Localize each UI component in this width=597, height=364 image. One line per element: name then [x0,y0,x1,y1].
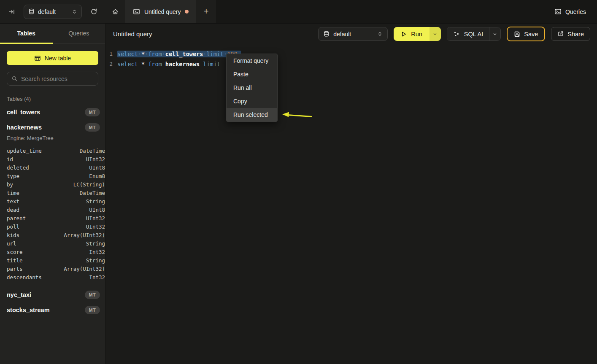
column-name: title [7,257,23,264]
new-tab-button[interactable]: + [196,0,216,23]
table-row[interactable]: cell_towers MT [0,105,105,120]
column-type: DateTime [80,190,105,196]
sql-ai-options-button[interactable] [489,27,500,40]
table-name: nyc_taxi [7,291,31,298]
run-button[interactable]: Run [394,27,430,41]
topbar-left: default [0,0,105,23]
query-title: Untitled query [113,30,318,38]
column-type: Array(UInt32) [64,266,105,272]
save-button[interactable]: Save [507,27,545,41]
table-row[interactable]: nyc_taxi MT [0,287,105,302]
new-table-button[interactable]: New table [7,51,98,65]
line-content: select * from hackernews limit [117,59,220,69]
editor-lines: 1 select·*·from·cell_towers·limit·100· 2… [105,49,597,69]
editor-line[interactable]: 2 select * from hackernews limit [105,59,597,69]
context-menu-item[interactable]: Format query [227,54,277,67]
topbar-database-selector[interactable]: default [24,5,82,19]
column-type: String [86,198,105,205]
run-split-button: Run [394,27,441,41]
queries-button[interactable]: Queries [554,8,586,15]
column-type: UInt32 [86,156,105,162]
code-token: · [145,51,148,57]
unsaved-dot [185,10,189,13]
context-menu-item[interactable]: Run selected [227,108,277,121]
tab-untitled-query[interactable]: Untitled query [125,0,196,23]
sidebar-tab-tables[interactable]: Tables [0,24,53,43]
column-type: UInt8 [89,164,105,171]
code-token: · [162,51,165,57]
topbar-right: Queries [216,0,597,23]
sparkles-icon [453,31,460,38]
column-type: Int32 [89,249,105,255]
table-row[interactable]: stocks_stream MT [0,302,105,318]
run-options-button[interactable] [430,27,441,41]
sidebar-tab-queries[interactable]: Queries [53,24,105,43]
column-name: by [7,181,13,188]
engine-badge: MT [85,291,100,299]
search-input[interactable] [21,75,97,82]
code-token: from [148,61,162,67]
column-row: deleted UInt8 [7,163,105,172]
home-icon [112,8,119,15]
column-name: parts [7,266,23,272]
sidebar-tabs: Tables Queries [0,24,105,43]
table-name: stocks_stream [7,307,50,313]
database-selector-value: default [333,31,373,38]
new-table-label: New table [45,55,71,62]
refresh-icon [90,8,97,15]
sql-ai-label: SQL AI [464,31,483,38]
database-selector[interactable]: default [318,27,388,41]
code-token: * [141,51,145,57]
column-row: time DateTime [7,189,105,197]
line-number: 1 [105,49,117,59]
column-row: dead UInt8 [7,205,105,214]
search-box [7,72,98,86]
column-name: deleted [7,164,29,171]
column-row: score Int32 [7,248,105,256]
column-row: kids Array(UInt32) [7,231,105,239]
main-header: Untitled query default [105,24,597,44]
column-type: Enum8 [89,173,105,179]
context-menu: Format query Paste Run all Copy Run sele… [226,54,278,122]
context-menu-item[interactable]: Copy [227,94,277,108]
collapse-sidebar-button[interactable] [6,6,18,18]
chevron-down-icon [432,32,438,37]
column-row: title String [7,256,105,264]
column-type: UInt32 [86,215,105,221]
column-row: poll UInt32 [7,222,105,231]
column-name: score [7,249,23,255]
editor-line[interactable]: 1 select·*·from·cell_towers·limit·100· [105,49,597,59]
tab-strip: Untitled query + [105,0,216,23]
queries-button-label: Queries [565,8,586,15]
code-token: hackernews [165,61,200,67]
table-group: nyc_taxi MT [0,287,105,302]
search-icon [11,75,18,82]
refresh-button[interactable] [88,6,100,18]
chevron-down-icon [492,32,497,37]
code-token [138,61,141,67]
code-token [145,61,148,67]
table-engine-label: Engine: MergeTree [0,135,105,146]
code-token [162,61,165,67]
sidebar-tab-tables-label: Tables [17,30,35,37]
column-type: UInt32 [86,224,105,230]
run-button-label: Run [411,31,422,38]
save-icon [514,31,520,37]
column-row: url String [7,239,105,248]
share-button-label: Share [567,31,584,38]
sql-editor[interactable]: 1 select·*·from·cell_towers·limit·100· 2… [105,44,597,364]
context-menu-item[interactable]: Paste [227,67,277,81]
sql-ai-button[interactable]: SQL AI [447,27,489,40]
column-type: DateTime [80,148,105,154]
home-tab[interactable] [105,0,125,23]
share-button[interactable]: Share [551,27,590,41]
table-row[interactable]: hackernews MT [0,120,105,135]
code-token: limit [203,61,220,67]
context-menu-item[interactable]: Run all [227,81,277,94]
column-type: Int32 [89,274,105,280]
main-panel: Untitled query default [105,24,597,364]
sql-ai-split-button: SQL AI [447,27,501,41]
engine-badge: MT [85,108,100,116]
column-name: type [7,173,19,179]
code-token: · [138,51,141,57]
